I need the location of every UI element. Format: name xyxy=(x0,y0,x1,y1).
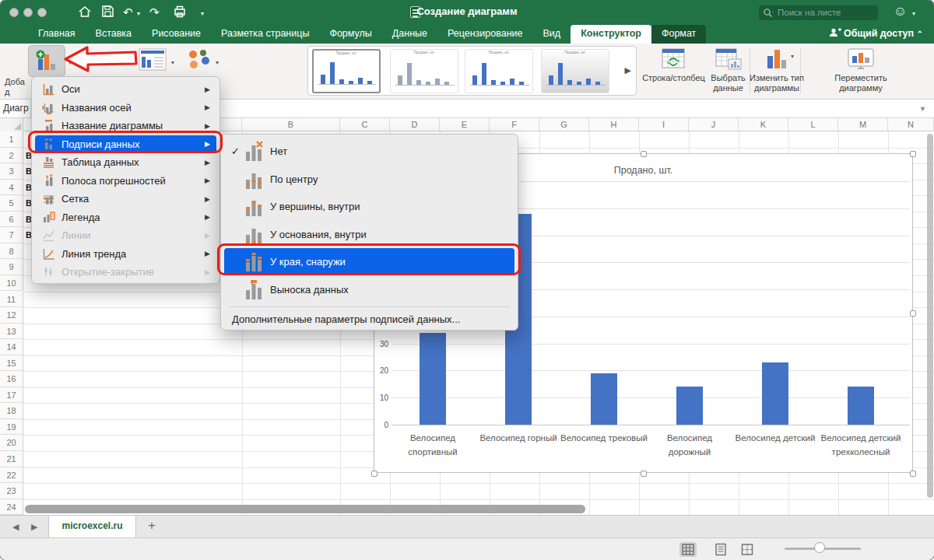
menu-item-trendline[interactable]: Линия тренда▶ xyxy=(35,245,216,263)
row-header-6[interactable]: 6 xyxy=(0,212,23,228)
chart-selection-handle[interactable] xyxy=(371,471,377,477)
chart-bar-5[interactable] xyxy=(762,362,788,425)
chart-selection-handle[interactable] xyxy=(910,310,916,317)
chart-style-thumbnail-1[interactable]: Продано, шт. xyxy=(312,49,381,93)
row-header-2[interactable]: 2 xyxy=(0,148,23,164)
quick-layout-dropdown-icon[interactable]: ▾ xyxy=(171,59,174,66)
row-header-12[interactable]: 12 xyxy=(0,307,23,324)
row-header-23[interactable]: 23 xyxy=(0,483,23,499)
row-header-11[interactable]: 11 xyxy=(0,292,23,308)
menu-item-data-labels[interactable]: Подписи данных▶ xyxy=(35,135,216,153)
tab-6[interactable]: Данные xyxy=(382,25,437,44)
row-header-19[interactable]: 19 xyxy=(0,419,23,436)
chart-bar-3[interactable] xyxy=(591,373,617,425)
search-input[interactable]: Поиск на листе xyxy=(759,5,878,20)
formula-bar-collapse-icon[interactable]: ▼ xyxy=(919,105,926,113)
submenu-item-inside-base[interactable]: У основания, внутри xyxy=(224,221,514,248)
row-header-16[interactable]: 16 xyxy=(0,371,23,387)
column-header-C[interactable]: C xyxy=(340,118,390,131)
move-chart-button[interactable] xyxy=(845,47,876,75)
row-header-7[interactable]: 7 xyxy=(0,227,23,243)
tab-3[interactable]: Рисование xyxy=(142,25,211,44)
row-header-8[interactable]: 8 xyxy=(0,243,23,260)
menu-item-gridlines[interactable]: Сетка▶ xyxy=(35,190,216,208)
menu-item-chart-title[interactable]: Название диаграммы▶ xyxy=(35,117,216,135)
normal-view-icon[interactable] xyxy=(679,542,697,557)
sheet-tab[interactable]: microexcel.ru xyxy=(48,516,136,538)
row-header-17[interactable]: 17 xyxy=(0,387,23,404)
add-chart-element-button[interactable] xyxy=(28,45,65,77)
row-header-15[interactable]: 15 xyxy=(0,355,23,372)
column-header-B[interactable]: B xyxy=(242,118,340,131)
row-header-10[interactable]: 10 xyxy=(0,275,23,292)
select-all-corner[interactable] xyxy=(0,118,23,131)
submenu-footer-more-options[interactable]: Дополнительные параметры подписей данных… xyxy=(221,313,518,325)
page-layout-view-icon[interactable] xyxy=(712,542,729,557)
column-header-L[interactable]: L xyxy=(788,118,838,131)
column-header-M[interactable]: M xyxy=(838,118,888,131)
chart-style-thumbnail-2[interactable]: Продано, шт. xyxy=(390,49,458,93)
tab-7[interactable]: Рецензирование xyxy=(437,25,533,44)
tab-5[interactable]: Формулы xyxy=(319,25,381,44)
row-header-4[interactable]: 4 xyxy=(0,180,23,196)
column-header-E[interactable]: E xyxy=(440,118,490,131)
column-header-D[interactable]: D xyxy=(390,118,440,131)
chart-bar-4[interactable] xyxy=(676,387,703,425)
chart-selection-handle[interactable] xyxy=(641,471,647,477)
feedback-smiley-icon[interactable]: ☺ xyxy=(894,4,907,19)
row-header-13[interactable]: 13 xyxy=(0,324,23,340)
change-chart-type-dropdown-icon[interactable]: ▾ xyxy=(791,53,794,60)
submenu-item-callout[interactable]: Выноска данных xyxy=(224,276,514,303)
feedback-dropdown-icon[interactable]: ▾ xyxy=(912,10,915,17)
chart-bar-1[interactable] xyxy=(420,333,446,425)
page-break-view-icon[interactable] xyxy=(739,542,756,557)
chart-selection-handle[interactable] xyxy=(910,471,916,477)
chart-style-thumbnail-3[interactable]: Продано, шт. xyxy=(465,49,533,93)
sheet-prev-icon[interactable]: ◀ xyxy=(12,522,19,532)
column-header-F[interactable]: F xyxy=(490,118,539,131)
submenu-item-center[interactable]: По центру xyxy=(224,166,514,193)
submenu-item-outside-end[interactable]: У края, снаружи xyxy=(224,248,514,275)
name-box[interactable]: Диагр xyxy=(0,100,31,117)
chart-selection-handle[interactable] xyxy=(910,151,916,157)
row-header-3[interactable]: 3 xyxy=(0,163,23,180)
row-header-9[interactable]: 9 xyxy=(0,259,23,275)
menu-item-axes[interactable]: Оси▶ xyxy=(35,80,216,98)
tab-1[interactable]: Главная xyxy=(28,25,86,44)
row-header-24[interactable]: 24 xyxy=(0,499,23,516)
chart-style-thumbnail-4[interactable]: Продано, шт. xyxy=(541,49,609,93)
share-button[interactable]: Общий доступ ⌃ xyxy=(829,28,923,39)
row-header-21[interactable]: 21 xyxy=(0,451,23,467)
chart-selection-handle[interactable] xyxy=(641,151,647,157)
column-header-H[interactable]: H xyxy=(589,118,639,131)
row-header-18[interactable]: 18 xyxy=(0,403,23,419)
sheet-next-icon[interactable]: ▶ xyxy=(31,522,37,532)
column-header-I[interactable]: I xyxy=(639,118,689,131)
tab-10[interactable]: Формат xyxy=(651,25,706,44)
horizontal-scrollbar[interactable] xyxy=(25,505,585,513)
row-header-1[interactable]: 1 xyxy=(0,131,23,148)
row-header-22[interactable]: 22 xyxy=(0,467,23,484)
change-chart-type-button[interactable] xyxy=(764,47,789,75)
column-header-K[interactable]: K xyxy=(739,118,788,131)
column-header-G[interactable]: G xyxy=(539,118,589,131)
submenu-item-inside-end[interactable]: У вершины, внутри xyxy=(224,193,514,220)
menu-item-data-table[interactable]: Таблица данных▶ xyxy=(35,153,216,171)
quick-layout-button[interactable] xyxy=(139,48,167,75)
zoom-slider-knob[interactable] xyxy=(814,542,825,553)
menu-item-axis-titles[interactable]: Названия осей▶ xyxy=(35,99,216,117)
tab-9[interactable]: Конструктор xyxy=(571,25,651,44)
column-header-J[interactable]: J xyxy=(689,118,739,131)
column-header-N[interactable]: N xyxy=(888,118,934,131)
tab-2[interactable]: Вставка xyxy=(86,25,142,44)
menu-item-lines[interactable]: Линии▶ xyxy=(35,226,216,244)
add-sheet-icon[interactable]: + xyxy=(148,518,156,534)
tab-4[interactable]: Разметка страницы xyxy=(211,25,319,44)
submenu-item-none[interactable]: ✓Нет xyxy=(224,138,514,165)
change-colors-dropdown-icon[interactable]: ▾ xyxy=(216,59,219,66)
row-header-14[interactable]: 14 xyxy=(0,339,23,355)
row-header-5[interactable]: 5 xyxy=(0,195,23,212)
menu-item-up-down-bars[interactable]: Открытие-закрытие▶ xyxy=(35,263,216,281)
vertical-scrollbar[interactable] xyxy=(927,134,933,498)
menu-item-error-bars[interactable]: Полоса погрешностей▶ xyxy=(35,172,216,190)
